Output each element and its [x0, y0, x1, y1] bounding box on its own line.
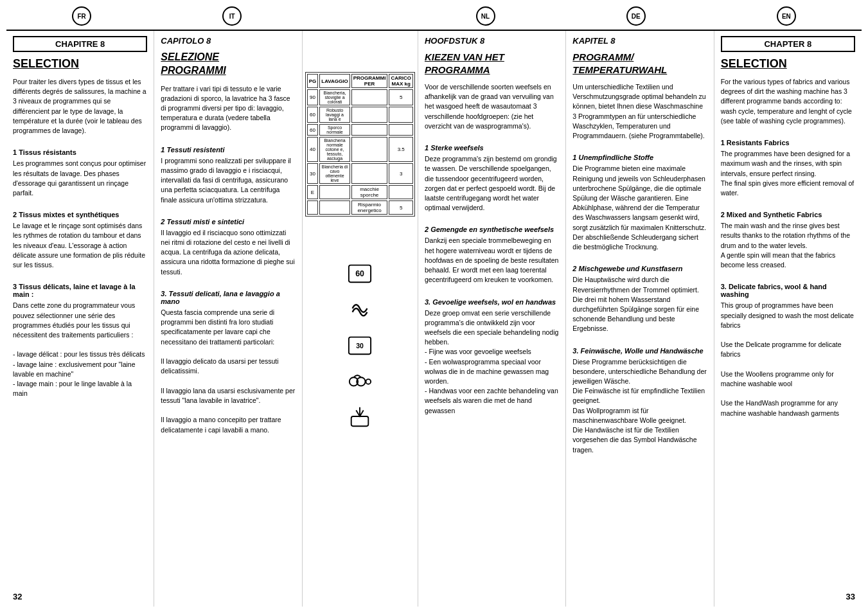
- en-chapter: CHAPTER 8: [721, 36, 855, 52]
- it-sub2-body: Il lavaggio ed il risciacquo sono ottimi…: [161, 228, 295, 277]
- it-title: SELEZIONE PROGRAMMI: [161, 51, 295, 78]
- de-sub1-body: Die Programme bieten eine maximale Reini…: [572, 164, 707, 252]
- en-intro: For the various types of fabrics and var…: [721, 77, 855, 126]
- col-it: CAPITOLO 8 SELEZIONE PROGRAMMI Per tratt…: [154, 31, 302, 607]
- svg-text:60: 60: [355, 269, 364, 278]
- fr-sub3-title: 3 Tissus délicats, laine et lavage à la …: [13, 283, 147, 298]
- page-num-right: 33: [721, 592, 855, 601]
- en-sub3-body: This group of programmes have been speci…: [721, 301, 855, 418]
- nl-sub2-body: Dankzij een speciale trommelbeweging en …: [425, 236, 559, 285]
- nl-chapter: HOOFDSTUK 8: [425, 36, 559, 46]
- programme-table: PGLAVAGGIOPROGRAMMI PERCARICO MAX kg 90B…: [305, 72, 415, 217]
- nl-title: KIEZEN VAN HET PROGRAMMA: [425, 51, 559, 76]
- lang-nl: NL: [476, 6, 495, 26]
- de-sub2-body: Die Hauptwäsche wird durch die Reversier…: [572, 275, 707, 333]
- wool-icon: [348, 368, 372, 393]
- nl-sub3-body: Deze groep omvat een serie verschillende…: [425, 308, 559, 416]
- de-sub2-title: 2 Mischgewebe und Kunstfasern: [572, 265, 707, 272]
- it-sub2-title: 2 Tessuti misti e sintetici: [161, 218, 295, 226]
- col-nl: HOOFDSTUK 8 KIEZEN VAN HET PROGRAMMA Voo…: [418, 31, 566, 607]
- de-chapter: KAPITEL 8: [572, 36, 707, 46]
- col-de: KAPITEL 8 PROGRAMM/ TEMPERATURWAHL Um un…: [566, 31, 714, 607]
- fr-title: SELECTION: [13, 57, 147, 71]
- fr-intro: Pour traiter les divers types de tissus …: [13, 77, 147, 136]
- lang-it: IT: [222, 6, 242, 26]
- en-sub2-body: The main wash and the rinse gives best r…: [721, 221, 855, 270]
- en-sub1-body: The programmes have been designed for a …: [721, 149, 855, 198]
- delicate-wash-icon: 30: [348, 332, 372, 357]
- cotton-wash-icon: 60: [348, 260, 372, 285]
- en-sub3-title: 3. Delicate fabrics, wool & hand washing: [721, 283, 855, 298]
- en-sub1-title: 1 Resistants Fabrics: [721, 139, 855, 147]
- nl-intro: Voor de verschillende soorten weefsels e…: [425, 82, 559, 131]
- fr-chapter: CHAPITRE 8: [13, 36, 147, 52]
- col-en: CHAPTER 8 SELECTION For the various type…: [714, 31, 862, 607]
- top-language-bar: FR IT NL DE EN: [6, 6, 862, 26]
- nl-sub1-title: 1 Sterke weefsels: [425, 144, 559, 152]
- fr-sub1-body: Les programmes sont conçus pour optimise…: [13, 159, 147, 198]
- fr-sub2-title: 2 Tissus mixtes et synthétiques: [13, 211, 147, 218]
- nl-sub1-body: Deze programma's zijn bestemd om grondig…: [425, 154, 559, 213]
- lang-en: EN: [777, 6, 796, 26]
- it-intro: Per trattare i vari tipi di tessuto e le…: [161, 84, 295, 133]
- page-num-left: 32: [13, 592, 147, 601]
- fr-sub3-body: Dans cette zone du programmateur vous po…: [13, 301, 147, 398]
- svg-rect-7: [351, 416, 369, 426]
- de-sub3-title: 3. Feinwäsche, Wolle und Handwäsche: [572, 347, 707, 355]
- synthetic-wash-icon: [348, 296, 372, 321]
- en-sub2-title: 2 Mixed and Synthetic Fabrics: [721, 211, 855, 218]
- en-title: SELECTION: [721, 57, 855, 71]
- col-fr: CHAPITRE 8 SELECTION Pour traiter les di…: [6, 31, 154, 607]
- lang-de: DE: [626, 6, 646, 26]
- nl-sub2-title: 2 Gemengde en synthetische weefsels: [425, 226, 559, 233]
- main-columns: CHAPITRE 8 SELECTION Pour traiter les di…: [6, 30, 862, 607]
- lang-fr: FR: [72, 6, 91, 26]
- de-sub3-body: Diese Programme berücksichtigen die beso…: [572, 357, 707, 455]
- de-sub1-title: 1 Unempfindliche Stoffe: [572, 154, 707, 161]
- it-sub1-body: I programmi sono realizzati per sviluppa…: [161, 156, 295, 205]
- handwash-icon: [348, 404, 372, 429]
- it-sub3-title: 3. Tessuti delicati, lana e lavaggio a m…: [161, 290, 295, 305]
- it-sub1-title: 1 Tessuti resistenti: [161, 146, 295, 154]
- de-intro: Um unterschiedliche Textilien und Versch…: [572, 82, 707, 141]
- wash-icons: 60 30: [348, 260, 372, 429]
- fr-sub1-title: 1 Tissus résistants: [13, 148, 147, 156]
- col-center: PGLAVAGGIOPROGRAMMI PERCARICO MAX kg 90B…: [303, 31, 418, 607]
- page: FR IT NL DE EN CHAPITRE 8 SELECTION Pour…: [0, 0, 868, 613]
- svg-point-6: [366, 379, 371, 384]
- it-sub3-body: Questa fascia comprende una serie di pro…: [161, 308, 295, 435]
- fr-sub2-body: Le lavage et le rinçage sont optimisés d…: [13, 221, 147, 270]
- de-title: PROGRAMM/ TEMPERATURWAHL: [572, 51, 707, 76]
- nl-sub3-title: 3. Gevoelige weefsels, wol en handwas: [425, 298, 559, 306]
- svg-text:30: 30: [357, 342, 364, 350]
- it-chapter: CAPITOLO 8: [161, 36, 295, 46]
